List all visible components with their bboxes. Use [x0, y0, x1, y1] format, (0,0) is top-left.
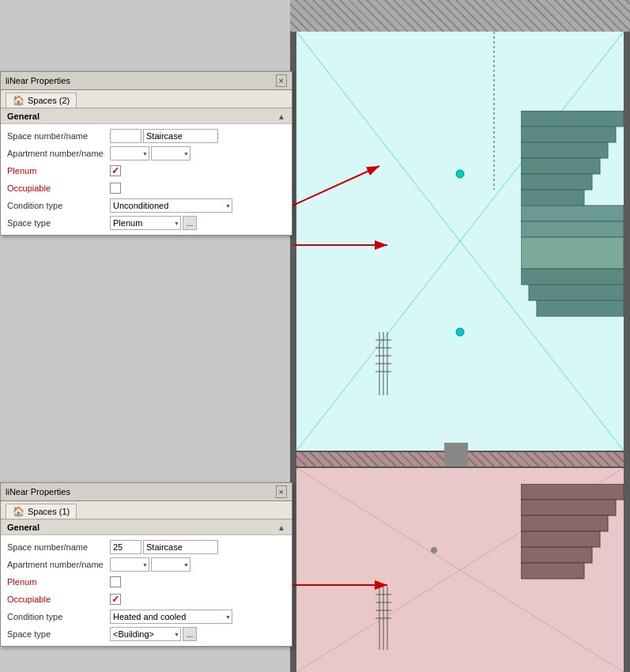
plenum-row-top: Plenum ✓ — [1, 162, 292, 179]
svg-rect-16 — [537, 300, 624, 316]
occupiable-control-top — [110, 183, 285, 194]
svg-rect-15 — [529, 285, 624, 300]
collapse-btn-top[interactable]: ▲ — [277, 112, 285, 121]
properties-panel-top: liNear Properties × 🏠 Spaces (2) General… — [0, 71, 292, 236]
svg-rect-11 — [521, 206, 624, 221]
svg-rect-31 — [521, 547, 592, 563]
close-button-bottom[interactable]: × — [276, 485, 287, 498]
top-room — [296, 32, 624, 451]
condition-row-top: Condition type Unconditioned Heated and … — [1, 197, 292, 214]
floor-junction-block — [444, 443, 468, 466]
svg-rect-28 — [521, 500, 616, 515]
condition-dropdown-top[interactable]: Unconditioned Heated and cooled — [110, 198, 232, 213]
space-number-row-bottom: Space number/name — [1, 538, 292, 556]
spacetype-dots-btn-top[interactable]: ... — [183, 216, 197, 230]
gray-dot — [431, 547, 437, 553]
tab-label-top: Spaces (2) — [28, 96, 70, 105]
hatch-marks-bottom — [375, 587, 399, 651]
spacetype-dots-btn-bottom[interactable]: ... — [183, 627, 197, 641]
condition-select-top[interactable]: Unconditioned Heated and cooled — [110, 198, 232, 213]
house-icon-bottom: 🏠 — [13, 506, 25, 517]
section-header-top: General ▲ — [1, 108, 292, 124]
plenum-label-bottom: Plenum — [7, 577, 110, 587]
apartment-num-dropdown-top[interactable] — [110, 146, 149, 160]
spacetype-select-top[interactable]: Plenum — [110, 216, 181, 230]
condition-label-bottom: Condition type — [7, 612, 110, 621]
apartment-name-dropdown-top[interactable] — [151, 146, 191, 160]
condition-row-bottom: Condition type Heated and cooled Uncondi… — [1, 608, 292, 625]
apartment-num-select-bottom[interactable] — [110, 557, 149, 572]
properties-panel-bottom: liNear Properties × 🏠 Spaces (1) General… — [0, 482, 292, 647]
occupiable-checkbox-top[interactable] — [110, 183, 121, 194]
spacetype-select-bottom[interactable]: <Building> — [110, 627, 181, 641]
house-icon-top: 🏠 — [13, 95, 25, 106]
svg-rect-7 — [521, 142, 608, 158]
occupiable-check-mark-bottom: ✓ — [111, 594, 119, 605]
tab-bar-bottom: 🏠 Spaces (1) — [1, 501, 292, 519]
apartment-label-top: Apartment number/name — [7, 149, 110, 158]
svg-rect-32 — [521, 563, 584, 579]
condition-select-bottom[interactable]: Heated and cooled Unconditioned — [110, 610, 232, 624]
plenum-checkbox-top[interactable]: ✓ — [110, 165, 121, 176]
condition-label-top: Condition type — [7, 201, 110, 210]
space-number-row-top: Space number/name — [1, 127, 292, 145]
apartment-name-select-top[interactable] — [151, 146, 191, 160]
space-name-input-top[interactable] — [143, 129, 218, 143]
svg-rect-27 — [521, 484, 624, 500]
collapse-btn-bottom[interactable]: ▲ — [277, 523, 285, 532]
hatch-svg-bottom — [375, 587, 399, 650]
space-number-label-top: Space number/name — [7, 131, 110, 141]
occupiable-row-top: Occupiable — [1, 179, 292, 197]
svg-rect-30 — [521, 531, 600, 547]
stair-svg-bottom — [521, 484, 624, 642]
close-button-top[interactable]: × — [276, 74, 287, 87]
apartment-name-dropdown-bottom[interactable] — [151, 557, 191, 572]
spacetype-dropdown-bottom[interactable]: <Building> — [110, 627, 181, 641]
stair-steps-bottom — [521, 484, 624, 644]
plenum-row-bottom: Plenum — [1, 573, 292, 591]
space-name-input-bottom[interactable] — [143, 540, 218, 554]
spacetype-control-top: Plenum ... — [110, 216, 285, 230]
svg-rect-29 — [521, 515, 608, 531]
spacetype-row-bottom: Space type <Building> ... — [1, 625, 292, 643]
apartment-label-bottom: Apartment number/name — [7, 560, 110, 569]
plenum-label-top: Plenum — [7, 166, 110, 176]
section-header-bottom: General ▲ — [1, 519, 292, 535]
stair-steps-top-right — [521, 111, 624, 349]
spacetype-dropdown-top[interactable]: Plenum — [110, 216, 181, 230]
tab-spaces-bottom[interactable]: 🏠 Spaces (1) — [6, 504, 77, 519]
apartment-num-select-top[interactable] — [110, 146, 149, 160]
spacetype-row-top: Space type Plenum ... — [1, 214, 292, 232]
tab-spaces-top[interactable]: 🏠 Spaces (2) — [6, 92, 77, 108]
condition-dropdown-bottom[interactable]: Heated and cooled Unconditioned — [110, 610, 232, 624]
space-number-control-top — [110, 129, 285, 143]
svg-rect-10 — [521, 190, 584, 206]
form-area-top: Space number/name Apartment number/name … — [1, 124, 292, 235]
panel-titlebar-bottom: liNear Properties × — [1, 483, 292, 501]
svg-point-2 — [456, 170, 464, 178]
condition-control-bottom: Heated and cooled Unconditioned — [110, 610, 285, 624]
space-number-control-bottom — [110, 540, 285, 554]
space-number-label-bottom: Space number/name — [7, 542, 110, 552]
plenum-control-bottom — [110, 576, 285, 587]
apartment-name-select-bottom[interactable] — [151, 557, 191, 572]
space-number-input-bottom[interactable] — [110, 540, 141, 554]
spacetype-control-bottom: <Building> ... — [110, 627, 285, 641]
hatch-svg — [375, 332, 399, 395]
occupiable-control-bottom: ✓ — [110, 594, 285, 605]
space-number-input-top[interactable] — [110, 129, 141, 143]
occupiable-label-top: Occupiable — [7, 183, 110, 193]
plenum-check-mark-top: ✓ — [111, 165, 119, 176]
occupiable-checkbox-bottom[interactable]: ✓ — [110, 594, 121, 605]
drawing-area — [290, 0, 630, 672]
form-area-bottom: Space number/name Apartment number/name … — [1, 535, 292, 646]
svg-rect-8 — [521, 158, 600, 174]
plenum-checkbox-bottom[interactable] — [110, 576, 121, 587]
hatch-marks-top — [375, 332, 399, 397]
apartment-num-dropdown-bottom[interactable] — [110, 557, 149, 572]
svg-rect-12 — [521, 221, 624, 237]
apartment-row-bottom: Apartment number/name — [1, 556, 292, 573]
condition-control-top: Unconditioned Heated and cooled — [110, 198, 285, 213]
plenum-control-top: ✓ — [110, 165, 285, 176]
bottom-room — [296, 468, 624, 672]
